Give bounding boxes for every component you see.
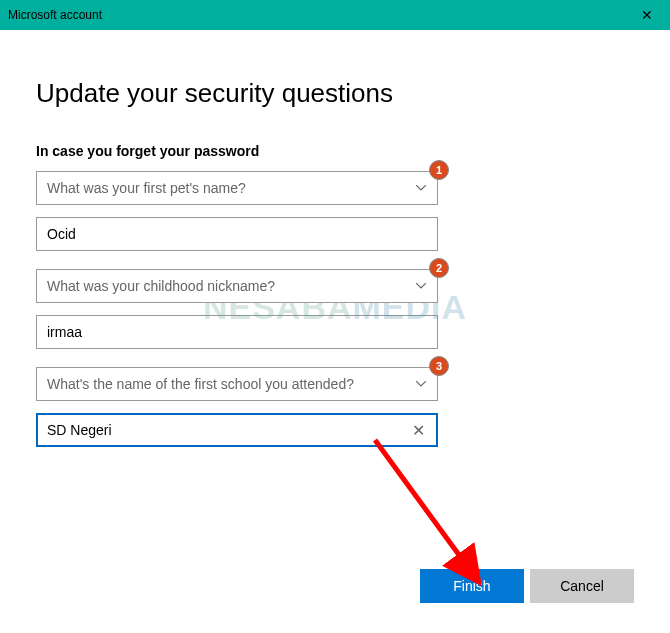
page-title: Update your security questions (36, 78, 634, 109)
question-2-group: What was your childhood nickname? 2 (36, 269, 438, 303)
answer-3-input[interactable] (47, 422, 410, 438)
chevron-down-icon (415, 280, 427, 292)
chevron-down-icon (415, 378, 427, 390)
answer-3-wrap[interactable]: ✕ (36, 413, 438, 447)
question-1-group: What was your first pet's name? 1 (36, 171, 438, 205)
question-1-label: What was your first pet's name? (47, 180, 246, 196)
annotation-badge-2: 2 (429, 258, 449, 278)
answer-2-wrap[interactable] (36, 315, 438, 349)
chevron-down-icon (415, 182, 427, 194)
cancel-button[interactable]: Cancel (530, 569, 634, 603)
footer-buttons: Finish Cancel (420, 569, 634, 603)
annotation-badge-1: 1 (429, 160, 449, 180)
question-3-dropdown[interactable]: What's the name of the first school you … (36, 367, 438, 401)
annotation-badge-3: 3 (429, 356, 449, 376)
close-button[interactable]: ✕ (624, 0, 670, 30)
question-3-group: What's the name of the first school you … (36, 367, 438, 401)
page-subtitle: In case you forget your password (36, 143, 634, 159)
answer-1-wrap[interactable] (36, 217, 438, 251)
question-2-dropdown[interactable]: What was your childhood nickname? 2 (36, 269, 438, 303)
question-2-label: What was your childhood nickname? (47, 278, 275, 294)
question-3-label: What's the name of the first school you … (47, 376, 354, 392)
answer-2-input[interactable] (47, 324, 427, 340)
titlebar: Microsoft account ✕ (0, 0, 670, 30)
question-1-dropdown[interactable]: What was your first pet's name? 1 (36, 171, 438, 205)
close-icon: ✕ (641, 7, 653, 23)
titlebar-title: Microsoft account (8, 8, 102, 22)
clear-input-icon[interactable]: ✕ (410, 421, 427, 440)
answer-1-input[interactable] (47, 226, 427, 242)
content-area: Update your security questions In case y… (0, 30, 670, 485)
finish-button[interactable]: Finish (420, 569, 524, 603)
